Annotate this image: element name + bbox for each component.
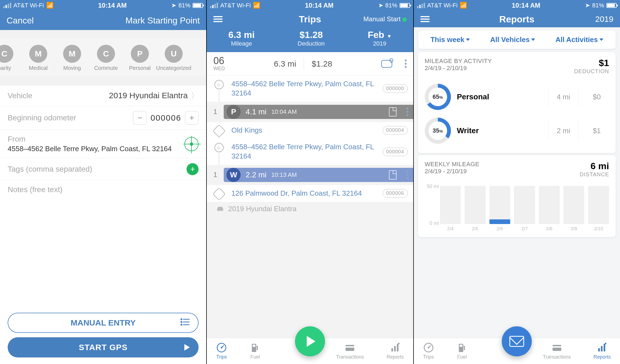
tab-reports[interactable]: Reports — [387, 342, 404, 360]
trip-address: 126 Palmwood Dr, Palm Coast, FL 32164 — [231, 189, 379, 198]
svg-point-14 — [398, 343, 400, 344]
trip-segment[interactable]: 1W2.2 mi10:13 AM — [207, 165, 413, 185]
svg-rect-10 — [346, 346, 354, 348]
manual-entry-button[interactable]: MANUAL ENTRY — [8, 313, 199, 333]
locate-icon[interactable] — [184, 137, 199, 151]
activity-name: Personal — [457, 93, 542, 101]
chart-bar — [539, 186, 560, 224]
tab-trips[interactable]: Trips — [423, 342, 434, 360]
notes-row[interactable]: Notes (free text) — [0, 180, 206, 199]
more-icon[interactable] — [406, 108, 408, 116]
activity-row[interactable]: 65%Personal4 mi$0 — [425, 80, 609, 114]
tab-transactions[interactable]: Transactions — [336, 342, 364, 360]
start-pin-icon: ▷ — [214, 80, 224, 89]
category-letter: M — [29, 45, 47, 63]
tags-row[interactable]: Tags (comma separated) + — [0, 158, 206, 180]
activity-deduction: $0 — [584, 93, 609, 101]
more-icon[interactable] — [406, 171, 408, 179]
cancel-button[interactable]: Cancel — [7, 16, 34, 26]
svg-point-23 — [605, 343, 606, 344]
svg-rect-17 — [460, 345, 462, 347]
category-letter: C — [97, 45, 115, 63]
status-bar: AT&T Wi-Fi 📶 10:14 AM ➤81% — [414, 0, 620, 11]
activity-row[interactable]: 35%Writer2 mi$1 — [425, 114, 609, 148]
chart-bar — [563, 186, 584, 224]
category-chip[interactable]: PPersonal — [127, 45, 152, 71]
category-chip[interactable]: CCommute — [93, 45, 119, 71]
weekly-mileage-card: WEEKLY MILEAGE2/4/19 - 2/10/19 6 miDISTA… — [418, 155, 616, 237]
filter-activities[interactable]: All Activities — [556, 35, 603, 44]
vehicle-label: 2019 Hyundai Elantra — [207, 202, 413, 218]
category-chip[interactable]: MMoving — [60, 45, 85, 71]
category-letter: P — [131, 45, 149, 63]
from-row[interactable]: From 4558–4562 Belle Terre Pkwy, Palm Co… — [0, 130, 206, 158]
category-letter: M — [63, 45, 81, 63]
chevron-right-icon: 〉 — [191, 91, 199, 100]
tab-fuel[interactable]: Fuel — [250, 342, 261, 360]
chart-x-label: 2/6 — [489, 226, 510, 232]
add-tag-icon[interactable]: + — [187, 163, 199, 175]
category-label: Personal — [129, 65, 151, 71]
tab-reports[interactable]: Reports — [594, 342, 611, 360]
start-pin-icon: ▷ — [214, 143, 224, 152]
svg-point-0 — [181, 319, 182, 320]
chart-bar — [489, 186, 510, 224]
year-picker[interactable]: 2019 — [595, 14, 613, 24]
battery-pct: 81% — [178, 2, 190, 9]
category-chip[interactable]: UUncategorized — [161, 45, 186, 71]
filter-vehicles[interactable]: All Vehicles — [490, 35, 535, 44]
chart-x-label: 2/10 — [588, 226, 609, 232]
chart-x-label: 2/7 — [514, 226, 535, 232]
category-label: Medical — [29, 65, 48, 71]
odo-minus-button[interactable]: − — [133, 111, 147, 125]
chart-bar — [440, 186, 461, 224]
map-icon[interactable] — [381, 60, 392, 68]
trip-address: Old Kings — [231, 126, 379, 135]
email-report-fab[interactable] — [502, 326, 532, 356]
trip-start: ▷4558–4562 Belle Terre Pkwy, Palm Coast,… — [207, 139, 413, 165]
from-address: 4558–4562 Belle Terre Pkwy, Palm Coast, … — [8, 145, 172, 153]
trip-start: ▷4558–4562 Belle Terre Pkwy, Palm Coast,… — [207, 76, 413, 102]
screen-reports: AT&T Wi-Fi 📶 10:14 AM ➤81% Reports 2019 … — [414, 0, 620, 364]
svg-rect-9 — [346, 345, 354, 351]
month-picker[interactable]: Feb ▼2019 — [368, 29, 392, 47]
filter-period[interactable]: This week — [430, 35, 470, 44]
start-trip-fab[interactable] — [295, 326, 325, 356]
svg-rect-18 — [553, 345, 561, 351]
screen-trips: AT&T Wi-Fi 📶 10:14 AM ➤81% Trips Manual … — [207, 0, 413, 364]
manual-start-button[interactable]: Manual Start — [364, 15, 407, 23]
category-badge: P — [226, 105, 241, 119]
trip-miles: 4.1 mi — [246, 108, 266, 116]
menu-icon[interactable] — [420, 16, 430, 22]
tags-label: Tags (comma separated) — [8, 165, 92, 174]
vehicle-row[interactable]: Vehicle 2019 Hyundai Elantra〉 — [0, 86, 206, 106]
svg-point-7 — [221, 347, 222, 348]
vehicle-value: 2019 Hyundai Elantra — [109, 91, 188, 100]
percent-ring: 65% — [425, 84, 451, 110]
start-gps-button[interactable]: START GPS — [8, 337, 199, 357]
play-icon — [307, 336, 315, 347]
menu-icon[interactable] — [213, 16, 223, 22]
caret-down-icon — [466, 38, 470, 41]
svg-rect-21 — [601, 346, 603, 351]
odometer-badge: 000000 — [383, 84, 408, 93]
svg-rect-11 — [391, 348, 393, 351]
more-icon[interactable] — [405, 59, 407, 68]
odo-plus-button[interactable]: + — [185, 111, 199, 125]
end-pin-icon — [212, 187, 226, 201]
chart-x-label: 2/9 — [563, 226, 584, 232]
page-title: Mark Starting Point — [125, 16, 200, 26]
chart-x-label: 2/5 — [465, 226, 485, 232]
tab-trips[interactable]: Trips — [216, 342, 227, 360]
trip-time: 10:13 AM — [271, 171, 297, 178]
tab-transactions[interactable]: Transactions — [543, 342, 571, 360]
mileage-by-activity-card: MILEAGE BY ACTIVITY2/4/19 - 2/10/19 $1DE… — [418, 52, 616, 153]
activity-deduction: $1 — [584, 127, 609, 135]
tab-fuel[interactable]: Fuel — [457, 342, 468, 360]
category-chip[interactable]: Charity — [0, 45, 17, 71]
svg-rect-12 — [394, 346, 396, 351]
trip-segment[interactable]: 1P4.1 mi10:04 AM — [207, 102, 413, 122]
category-scroller[interactable]: CharityMMedicalMMovingCCommutePPersonalU… — [0, 38, 206, 76]
category-chip[interactable]: MMedical — [26, 45, 51, 71]
svg-rect-22 — [604, 344, 605, 351]
